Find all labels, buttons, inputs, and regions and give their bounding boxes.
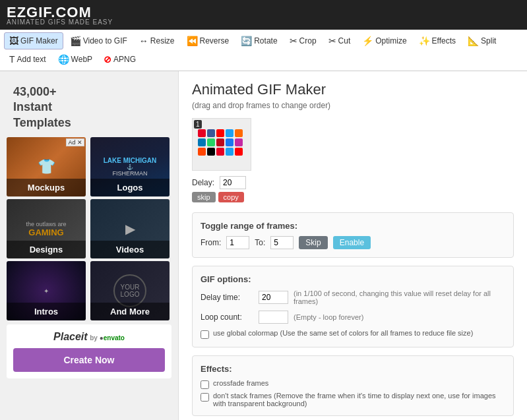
colormap-row: use global colormap (Use the same set of… bbox=[201, 329, 505, 339]
ad-logos[interactable]: LAKE MICHIGAN ⚓ FISHERMAN Logos bbox=[90, 137, 170, 196]
delay-time-input[interactable] bbox=[259, 291, 288, 304]
nav-cut[interactable]: ✂ Cut bbox=[323, 32, 356, 49]
ad-designs[interactable]: the outlaws areGAMING Designs bbox=[7, 199, 86, 258]
ad-grid: Ad ✕ 👕 Mockups LAKE MICHIGAN ⚓ FISHERMAN… bbox=[7, 137, 171, 320]
video-icon: 🎬 bbox=[70, 36, 81, 46]
frame-container: 1 bbox=[192, 118, 251, 202]
split-icon: 📐 bbox=[468, 36, 479, 46]
frame-number: 1 bbox=[194, 120, 202, 129]
add-text-icon: T bbox=[9, 54, 15, 65]
main-layout: 43,000+ Instant Templates Ad ✕ 👕 Mockups… bbox=[0, 71, 527, 420]
range-skip-button[interactable]: Skip bbox=[299, 236, 327, 249]
toggle-range-row: From: To: Skip Enable bbox=[201, 236, 505, 249]
nav-split[interactable]: 📐 Split bbox=[462, 32, 501, 49]
reverse-icon: ⏪ bbox=[187, 36, 198, 46]
delay-time-label: Delay time: bbox=[201, 293, 253, 302]
more-label: And More bbox=[90, 303, 170, 320]
logos-label: Logos bbox=[90, 179, 170, 196]
loop-count-row: Loop count: (Empty - loop forever) bbox=[201, 311, 505, 324]
nav-apng[interactable]: ⊘ APNG bbox=[99, 51, 140, 67]
toggle-range-title: Toggle range of frames: bbox=[201, 221, 505, 231]
nav-gif-maker[interactable]: 🖼 GIF Maker bbox=[4, 32, 63, 49]
nav-rotate[interactable]: 🔄 Rotate bbox=[235, 32, 282, 49]
ad-more[interactable]: YOURLOGO And More bbox=[90, 261, 170, 320]
nav-optimize-label: Optimize bbox=[375, 36, 406, 45]
page-title: Animated GIF Maker bbox=[192, 81, 514, 98]
to-input[interactable] bbox=[270, 236, 294, 249]
nav-crop[interactable]: ✂ Crop bbox=[284, 32, 322, 49]
colormap-label: use global colormap (Use the same set of… bbox=[213, 329, 473, 337]
nav-video-to-gif[interactable]: 🎬 Video to GIF bbox=[65, 32, 133, 49]
nav-add-text-label: Add text bbox=[17, 55, 46, 64]
nav-rotate-label: Rotate bbox=[254, 36, 277, 45]
placeit-logo: Placeit by ●envato bbox=[13, 331, 165, 343]
nav-cut-label: Cut bbox=[338, 36, 351, 45]
header: EZGIF.COM ANIMATED GIFS MADE EASY bbox=[0, 0, 527, 30]
nav-video-label: Video to GIF bbox=[83, 36, 127, 45]
colormap-checkbox[interactable] bbox=[201, 330, 209, 339]
crossfade-checkbox[interactable] bbox=[201, 380, 209, 389]
nav-webp[interactable]: 🌐 WebP bbox=[53, 51, 98, 68]
content-area: Animated GIF Maker (drag and drop frames… bbox=[178, 71, 527, 420]
gif-maker-icon: 🖼 bbox=[9, 36, 18, 46]
rotate-icon: 🔄 bbox=[241, 36, 252, 46]
mockups-label: Mockups bbox=[7, 179, 86, 196]
nav-apng-label: APNG bbox=[113, 55, 136, 64]
loop-count-label: Loop count: bbox=[201, 313, 253, 322]
nav-webp-label: WebP bbox=[71, 55, 92, 64]
skip-button[interactable]: skip bbox=[192, 192, 216, 202]
from-label: From: bbox=[201, 238, 221, 247]
placeit-box: Placeit by ●envato Create Now bbox=[7, 324, 171, 378]
effects-title: Effects: bbox=[201, 364, 505, 374]
nav-reverse-label: Reverse bbox=[200, 36, 230, 45]
nav-crop-label: Crop bbox=[299, 36, 317, 45]
crossfade-row: crossfade frames bbox=[201, 379, 505, 389]
ad-badge[interactable]: Ad ✕ bbox=[66, 138, 84, 146]
crossfade-label: crossfade frames bbox=[213, 379, 268, 387]
ad-header: 43,000+ Instant Templates bbox=[7, 78, 171, 137]
loop-count-input[interactable] bbox=[259, 311, 288, 324]
sidebar: 43,000+ Instant Templates Ad ✕ 👕 Mockups… bbox=[0, 71, 178, 420]
cut-icon: ✂ bbox=[328, 36, 336, 46]
copy-button[interactable]: copy bbox=[218, 192, 244, 202]
to-label: To: bbox=[255, 238, 265, 247]
nav-gif-maker-label: GIF Maker bbox=[20, 36, 58, 45]
nav-reverse[interactable]: ⏪ Reverse bbox=[181, 32, 235, 49]
page-subtitle: (drag and drop frames to change order) bbox=[192, 101, 514, 110]
delay-input[interactable] bbox=[220, 176, 246, 189]
delay-time-hint: (in 1/100 of second, changing this value… bbox=[294, 289, 505, 305]
webp-icon: 🌐 bbox=[58, 54, 69, 65]
ad-intros[interactable]: ✦ Intros bbox=[7, 261, 86, 320]
videos-label: Videos bbox=[90, 241, 170, 258]
nav-resize-label: Resize bbox=[150, 36, 175, 45]
frame-preview: 1 bbox=[192, 118, 514, 202]
nav-effects-label: Effects bbox=[432, 36, 456, 45]
loop-count-hint: (Empty - loop forever) bbox=[294, 313, 363, 321]
toggle-range-section: Toggle range of frames: From: To: Skip E… bbox=[192, 212, 514, 258]
effects-icon: ✨ bbox=[419, 36, 430, 46]
intros-label: Intros bbox=[7, 303, 86, 320]
nav-optimize[interactable]: ⚡ Optimize bbox=[357, 32, 412, 49]
delay-time-row: Delay time: (in 1/100 of second, changin… bbox=[201, 289, 505, 305]
logo: EZGIF.COM ANIMATED GIFS MADE EASY bbox=[7, 4, 113, 26]
from-input[interactable] bbox=[226, 236, 249, 249]
effects-section: Effects: crossfade frames don't stack fr… bbox=[192, 355, 514, 416]
nav-effects[interactable]: ✨ Effects bbox=[414, 32, 461, 49]
ad-mockups[interactable]: Ad ✕ 👕 Mockups bbox=[7, 137, 86, 196]
designs-label: Designs bbox=[7, 241, 86, 258]
dont-stack-checkbox[interactable] bbox=[201, 393, 209, 402]
ad-videos[interactable]: ▶ Videos bbox=[90, 199, 170, 258]
gif-options-title: GIF options: bbox=[201, 274, 505, 284]
create-now-button[interactable]: Create Now bbox=[13, 348, 165, 372]
nav-resize[interactable]: ↔ Resize bbox=[134, 32, 180, 49]
apng-icon: ⊘ bbox=[104, 54, 111, 65]
frame-thumbnail: 1 bbox=[192, 118, 251, 171]
dont-stack-label: don't stack frames (Remove the frame whe… bbox=[213, 392, 505, 407]
range-enable-button[interactable]: Enable bbox=[333, 236, 371, 249]
nav-bar: 🖼 GIF Maker 🎬 Video to GIF ↔ Resize ⏪ Re… bbox=[0, 30, 527, 71]
gif-options-section: GIF options: Delay time: (in 1/100 of se… bbox=[192, 266, 514, 347]
logo-tagline: ANIMATED GIFS MADE EASY bbox=[7, 18, 113, 26]
dont-stack-row: don't stack frames (Remove the frame whe… bbox=[201, 392, 505, 407]
delay-row: Delay: bbox=[192, 176, 251, 189]
nav-add-text[interactable]: T Add text bbox=[4, 51, 51, 68]
